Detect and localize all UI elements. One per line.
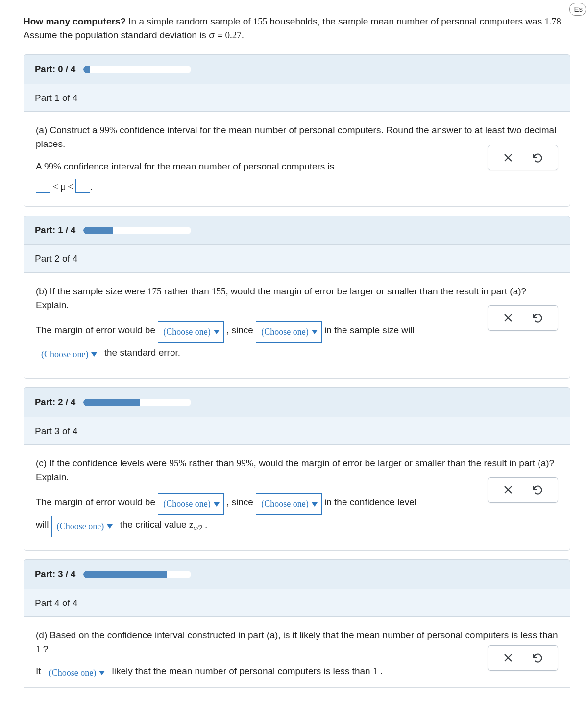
- progress-label: Part: 1 / 4: [35, 224, 75, 237]
- progress-2: Part: 2 / 4: [24, 387, 570, 417]
- part-1-interval: < μ < .: [36, 179, 558, 193]
- part-2-panel: (b) If the sample size were 175 rather t…: [24, 273, 570, 379]
- choose-likely[interactable]: (Choose one): [44, 665, 109, 680]
- part-1-question: (a) Construct a 99% confidence interval …: [36, 123, 558, 150]
- reset-button[interactable]: [531, 151, 544, 164]
- progress-fill: [83, 571, 166, 578]
- part-3-toolbox: [488, 477, 558, 503]
- part-3-panel: (c) If the confidence levels were 95% ra…: [24, 445, 570, 551]
- choose-margin-dir[interactable]: (Choose one): [158, 493, 223, 515]
- chevron-down-icon: [107, 524, 113, 529]
- reset-button[interactable]: [531, 312, 544, 324]
- x-icon: [502, 152, 514, 164]
- chevron-down-icon: [312, 330, 318, 334]
- part-4-question: (d) Based on the confidence interval con…: [36, 628, 558, 655]
- choose-margin-dir[interactable]: (Choose one): [158, 321, 223, 343]
- sample-size: 155: [253, 16, 268, 26]
- pop-sd: 0.27: [225, 30, 242, 40]
- part-2-question: (b) If the sample size were 175 rather t…: [36, 285, 558, 312]
- progress-track: [83, 399, 191, 406]
- progress-fill: [83, 399, 139, 406]
- z-critical: zα/2: [189, 519, 202, 530]
- choose-since[interactable]: (Choose one): [256, 493, 321, 515]
- upper-bound-input[interactable]: [75, 179, 90, 193]
- question-intro: How many computers? In a simple random s…: [24, 15, 570, 42]
- part-3-question: (c) If the confidence levels were 95% ra…: [36, 457, 558, 483]
- part-4-panel: (d) Based on the confidence interval con…: [24, 617, 570, 688]
- reset-button[interactable]: [531, 483, 544, 496]
- progress-1: Part: 1 / 4: [24, 216, 570, 245]
- progress-label: Part: 3 / 4: [35, 568, 75, 581]
- language-badge[interactable]: Es: [569, 3, 586, 16]
- x-icon: [502, 652, 514, 664]
- intro-text: In a simple random sample of: [128, 16, 253, 26]
- progress-fill: [83, 227, 112, 234]
- undo-icon: [532, 312, 543, 324]
- part-2-toolbox: [488, 305, 558, 331]
- chevron-down-icon: [91, 352, 97, 357]
- reset-button[interactable]: [531, 652, 544, 664]
- x-icon: [502, 484, 514, 496]
- part-1-header: Part 1 of 4: [24, 84, 570, 112]
- part-1-toolbox: [488, 145, 558, 170]
- part-4-header: Part 4 of 4: [24, 589, 570, 617]
- clear-button[interactable]: [502, 652, 514, 664]
- undo-icon: [532, 152, 543, 164]
- clear-button[interactable]: [502, 483, 514, 496]
- progress-0: Part: 0 / 4: [24, 54, 570, 84]
- progress-track: [83, 66, 191, 73]
- progress-label: Part: 0 / 4: [35, 63, 75, 76]
- undo-icon: [532, 484, 543, 496]
- chevron-down-icon: [214, 330, 220, 334]
- choose-effect[interactable]: (Choose one): [51, 516, 117, 537]
- intro-title: How many computers?: [24, 16, 126, 26]
- part-2-header: Part 2 of 4: [24, 245, 570, 273]
- clear-button[interactable]: [502, 312, 514, 324]
- progress-track: [83, 571, 191, 578]
- progress-3: Part: 3 / 4: [24, 559, 570, 589]
- part-4-toolbox: [488, 645, 558, 671]
- clear-button[interactable]: [502, 151, 514, 164]
- part-4-sentence: It (Choose one) likely that the mean num…: [36, 664, 452, 680]
- choose-since[interactable]: (Choose one): [256, 321, 321, 343]
- chevron-down-icon: [99, 671, 105, 675]
- x-icon: [502, 312, 514, 324]
- part-3-sentence: The margin of error would be (Choose one…: [36, 492, 418, 537]
- sample-mean: 1.78: [544, 16, 561, 26]
- progress-label: Part: 2 / 4: [35, 396, 75, 409]
- part-2-sentence: The margin of error would be (Choose one…: [36, 320, 418, 365]
- part-1-panel: (a) Construct a 99% confidence interval …: [24, 112, 570, 206]
- chevron-down-icon: [312, 502, 318, 507]
- progress-fill: [83, 66, 90, 73]
- part-1-answer-lead: A 99% confidence interval for the mean n…: [36, 160, 558, 173]
- lower-bound-input[interactable]: [36, 179, 50, 193]
- progress-track: [83, 227, 191, 234]
- undo-icon: [532, 652, 543, 664]
- chevron-down-icon: [214, 502, 220, 507]
- part-3-header: Part 3 of 4: [24, 417, 570, 445]
- choose-effect[interactable]: (Choose one): [36, 344, 101, 365]
